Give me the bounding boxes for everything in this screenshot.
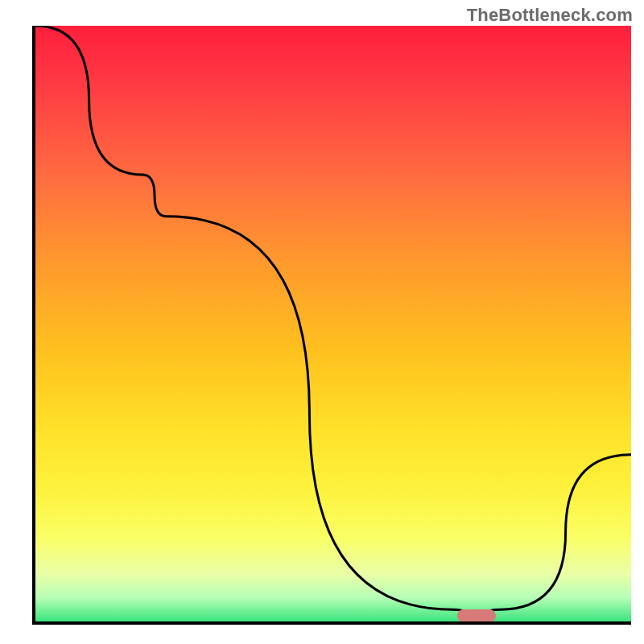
plot-area [32,26,631,625]
watermark-text: TheBottleneck.com [467,5,633,26]
chart-container: TheBottleneck.com [0,0,644,644]
curve-path [35,26,631,616]
optimal-marker [457,609,496,622]
bottleneck-curve [35,26,631,621]
